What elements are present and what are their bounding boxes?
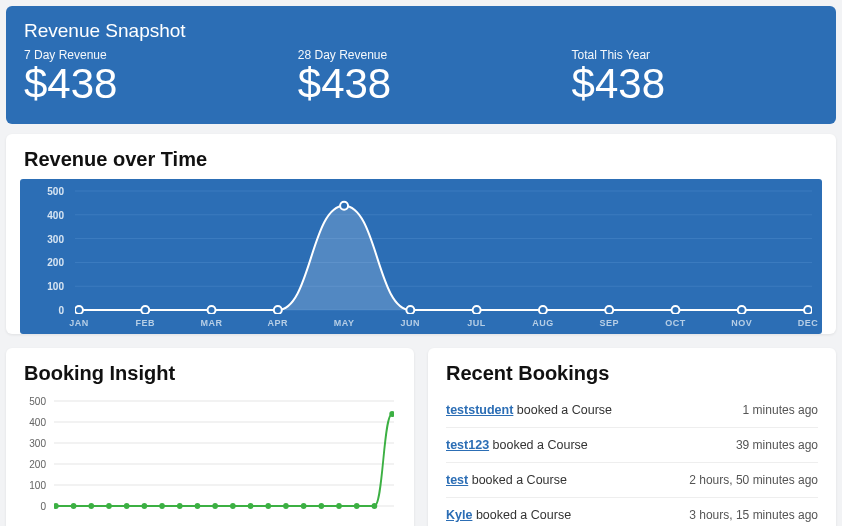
chart-xtick: FEB <box>136 318 156 328</box>
recent-booking-item: teststudent booked a Course1 minutes ago <box>446 393 818 428</box>
chart-xtick: MAR <box>201 318 223 328</box>
svg-point-9 <box>274 306 282 314</box>
svg-point-30 <box>159 503 165 509</box>
metric-7day-value: $438 <box>24 62 298 106</box>
revenue-chart-plot <box>75 185 812 314</box>
svg-point-32 <box>195 503 201 509</box>
svg-point-36 <box>265 503 271 509</box>
svg-point-7 <box>141 306 149 314</box>
metric-7day: 7 Day Revenue $438 <box>24 48 298 106</box>
chart-xtick: NOV <box>731 318 752 328</box>
svg-point-39 <box>318 503 324 509</box>
chart-xtick: AUG <box>532 318 554 328</box>
metric-28day-label: 28 Day Revenue <box>298 48 572 62</box>
booking-insight-title: Booking Insight <box>6 348 414 393</box>
recent-booking-item: test booked a Course2 hours, 50 minutes … <box>446 463 818 498</box>
svg-point-6 <box>75 306 83 314</box>
recent-booking-user-link[interactable]: test123 <box>446 438 489 452</box>
metric-total-year-value: $438 <box>572 62 818 106</box>
svg-point-24 <box>54 503 59 509</box>
recent-booking-item: test123 booked a Course39 minutes ago <box>446 428 818 463</box>
svg-point-40 <box>336 503 342 509</box>
recent-bookings-title: Recent Bookings <box>428 348 836 393</box>
chart-ytick: 100 <box>47 281 64 292</box>
chart-ytick: 400 <box>29 417 46 428</box>
chart-ytick: 200 <box>47 257 64 268</box>
metric-28day: 28 Day Revenue $438 <box>298 48 572 106</box>
svg-point-29 <box>142 503 148 509</box>
svg-point-13 <box>539 306 547 314</box>
metric-7day-label: 7 Day Revenue <box>24 48 298 62</box>
recent-booking-action: booked a Course <box>513 403 612 417</box>
chart-xtick: DEC <box>798 318 819 328</box>
chart-ytick: 300 <box>29 438 46 449</box>
recent-booking-time: 39 minutes ago <box>736 438 818 452</box>
chart-xtick: JAN <box>69 318 89 328</box>
svg-point-15 <box>671 306 679 314</box>
revenue-chart-yticks: 0100200300400500 <box>20 185 70 314</box>
chart-ytick: 0 <box>40 501 46 512</box>
metric-28day-value: $438 <box>298 62 572 106</box>
svg-point-37 <box>283 503 289 509</box>
recent-booking-time: 1 minutes ago <box>743 403 818 417</box>
recent-bookings-list: teststudent booked a Course1 minutes ago… <box>428 393 836 526</box>
svg-point-10 <box>340 202 348 210</box>
chart-xtick: JUL <box>467 318 486 328</box>
chart-ytick: 300 <box>47 233 64 244</box>
svg-point-16 <box>738 306 746 314</box>
svg-point-11 <box>406 306 414 314</box>
chart-ytick: 0 <box>58 305 64 316</box>
revenue-metrics: 7 Day Revenue $438 28 Day Revenue $438 T… <box>24 48 818 106</box>
revenue-over-time-chart-wrap: 0100200300400500 JANFEBMARAPRMAYJUNJULAU… <box>20 179 822 334</box>
metric-total-year: Total This Year $438 <box>572 48 818 106</box>
chart-ytick: 100 <box>29 480 46 491</box>
chart-ytick: 500 <box>47 186 64 197</box>
revenue-over-time-title: Revenue over Time <box>6 134 836 179</box>
recent-booking-user-link[interactable]: Kyle <box>446 508 472 522</box>
recent-booking-action: booked a Course <box>468 473 567 487</box>
svg-point-25 <box>71 503 77 509</box>
chart-ytick: 200 <box>29 459 46 470</box>
chart-xtick: OCT <box>665 318 686 328</box>
chart-xtick: MAY <box>334 318 355 328</box>
recent-booking-action: booked a Course <box>472 508 571 522</box>
recent-booking-time: 2 hours, 50 minutes ago <box>689 473 818 487</box>
svg-point-12 <box>473 306 481 314</box>
svg-point-8 <box>208 306 216 314</box>
recent-booking-user-link[interactable]: teststudent <box>446 403 513 417</box>
revenue-chart-xticks: JANFEBMARAPRMAYJUNJULAUGSEPOCTNOVDEC <box>75 318 812 332</box>
revenue-over-time-chart[interactable]: 0100200300400500 JANFEBMARAPRMAYJUNJULAU… <box>20 179 822 334</box>
booking-chart-plot <box>54 397 394 510</box>
recent-bookings-card: Recent Bookings teststudent booked a Cou… <box>428 348 836 526</box>
svg-point-35 <box>248 503 254 509</box>
booking-insight-chart[interactable]: 0100200300400500 <box>20 393 400 526</box>
revenue-snapshot-title: Revenue Snapshot <box>24 20 818 42</box>
svg-point-14 <box>605 306 613 314</box>
chart-ytick: 400 <box>47 209 64 220</box>
svg-point-31 <box>177 503 183 509</box>
svg-point-41 <box>354 503 360 509</box>
svg-point-26 <box>88 503 94 509</box>
chart-ytick: 500 <box>29 396 46 407</box>
chart-xtick: JUN <box>401 318 421 328</box>
recent-booking-item: Kyle booked a Course3 hours, 15 minutes … <box>446 498 818 526</box>
svg-point-38 <box>301 503 307 509</box>
svg-point-27 <box>106 503 112 509</box>
svg-point-28 <box>124 503 130 509</box>
metric-total-year-label: Total This Year <box>572 48 818 62</box>
revenue-over-time-card: Revenue over Time 0100200300400500 JANFE… <box>6 134 836 334</box>
recent-booking-time: 3 hours, 15 minutes ago <box>689 508 818 522</box>
chart-xtick: APR <box>268 318 289 328</box>
svg-point-42 <box>372 503 378 509</box>
recent-booking-action: booked a Course <box>489 438 588 452</box>
booking-insight-card: Booking Insight 0100200300400500 <box>6 348 414 526</box>
recent-booking-user-link[interactable]: test <box>446 473 468 487</box>
revenue-snapshot-card: Revenue Snapshot 7 Day Revenue $438 28 D… <box>6 6 836 124</box>
svg-point-33 <box>212 503 218 509</box>
svg-point-17 <box>804 306 812 314</box>
chart-xtick: SEP <box>599 318 619 328</box>
booking-chart-yticks: 0100200300400500 <box>20 397 50 510</box>
svg-point-34 <box>230 503 236 509</box>
